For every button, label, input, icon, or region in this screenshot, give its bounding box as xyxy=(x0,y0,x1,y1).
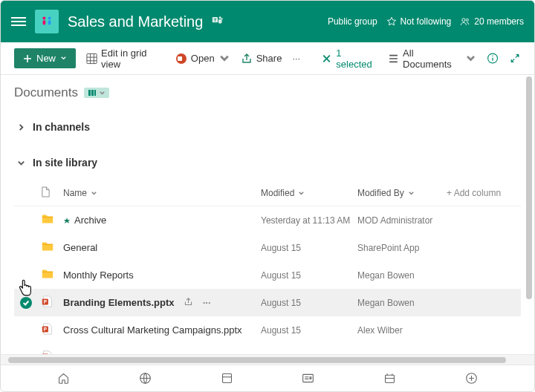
file-modified-by: Alex Wilber xyxy=(357,325,447,336)
teams-icon[interactable]: T xyxy=(212,14,224,29)
expand-icon[interactable] xyxy=(509,52,521,65)
home-icon[interactable] xyxy=(57,372,70,385)
file-name[interactable]: Monthly Reports xyxy=(63,270,261,281)
grid-icon xyxy=(86,53,97,65)
file-list: ArchiveYesterday at 11:13 AMMOD Administ… xyxy=(14,206,521,354)
file-modified-by: Megan Bowen xyxy=(357,298,447,308)
site-logo xyxy=(35,10,59,33)
files-icon[interactable] xyxy=(221,372,233,385)
library-icon[interactable] xyxy=(383,372,396,385)
people-icon xyxy=(460,16,470,27)
column-headers: Name Modified Modified By + Add column xyxy=(14,182,521,206)
chevron-down-icon xyxy=(99,90,106,97)
col-modified-by[interactable]: Modified By xyxy=(357,188,447,198)
file-type-icon xyxy=(41,267,63,283)
svg-point-9 xyxy=(466,19,468,21)
file-name[interactable]: Archive xyxy=(63,215,261,226)
view-tiles-badge[interactable] xyxy=(84,88,109,98)
site-header: Sales and Marketing T Public group Not f… xyxy=(1,1,534,42)
svg-point-0 xyxy=(42,17,45,20)
col-modified[interactable]: Modified xyxy=(261,188,357,198)
svg-text:P: P xyxy=(44,327,47,332)
powerpoint-icon xyxy=(175,53,187,65)
svg-rect-17 xyxy=(94,90,96,96)
file-row[interactable]: PDG-1000 Product Overview.pptxAugust 15M… xyxy=(14,344,521,354)
file-row[interactable]: Monthly ReportsAugust 15Megan Bowen xyxy=(14,261,521,289)
file-modified: Yesterday at 11:13 AM xyxy=(261,215,357,226)
file-row[interactable]: PCross Cultural Marketing Campaigns.pptx… xyxy=(14,316,521,344)
x-icon xyxy=(321,53,332,65)
horizontal-scrollbar[interactable] xyxy=(1,354,534,365)
svg-point-8 xyxy=(462,19,465,22)
library-title: Documents xyxy=(14,85,521,100)
share-icon xyxy=(241,53,253,65)
svg-point-6 xyxy=(219,16,221,19)
file-row[interactable]: GeneralAugust 15SharePoint App xyxy=(14,234,521,261)
file-name[interactable]: Cross Cultural Marketing Campaigns.pptx xyxy=(63,324,261,336)
chevron-right-icon xyxy=(17,123,25,131)
file-modified-by: SharePoint App xyxy=(357,243,447,253)
group-in-library[interactable]: In site library xyxy=(14,151,521,174)
command-bar: New Edit in grid view Open Share ··· 1 s… xyxy=(1,42,534,75)
chevron-down-icon xyxy=(91,190,97,197)
svg-rect-10 xyxy=(87,53,97,63)
globe-icon[interactable] xyxy=(139,372,152,385)
site-title: Sales and Marketing xyxy=(68,13,203,30)
svg-rect-3 xyxy=(48,20,51,24)
svg-text:T: T xyxy=(214,18,217,22)
chevron-down-icon xyxy=(60,55,67,62)
svg-rect-27 xyxy=(222,374,231,383)
new-button[interactable]: New xyxy=(14,48,76,68)
file-row[interactable]: ArchiveYesterday at 11:13 AMMOD Administ… xyxy=(14,206,521,234)
hamburger-menu[interactable] xyxy=(11,15,26,28)
col-name[interactable]: Name xyxy=(63,188,261,198)
vertical-scrollbar[interactable] xyxy=(526,76,532,299)
svg-point-14 xyxy=(492,55,493,56)
tiles-icon xyxy=(88,88,97,97)
more-actions[interactable]: ··· xyxy=(292,53,300,64)
file-modified-by: MOD Administrator xyxy=(357,215,447,226)
file-name[interactable]: Branding Elements.pptx ··· xyxy=(63,297,261,309)
col-add[interactable]: + Add column xyxy=(447,188,521,198)
share-button[interactable]: Share xyxy=(241,53,282,65)
news-icon[interactable] xyxy=(302,372,314,385)
edit-grid-button[interactable]: Edit in grid view xyxy=(86,48,165,70)
chevron-down-icon xyxy=(298,190,305,197)
file-type-icon: P xyxy=(41,295,63,310)
group-in-channels[interactable]: In channels xyxy=(14,115,521,139)
file-modified: August 15 xyxy=(261,243,357,253)
add-icon[interactable] xyxy=(465,372,478,385)
file-modified: August 15 xyxy=(261,270,357,281)
view-selector[interactable]: All Documents xyxy=(388,48,476,70)
info-icon[interactable] xyxy=(487,52,499,65)
file-type-icon xyxy=(41,212,63,228)
row-share-icon[interactable] xyxy=(184,297,193,309)
group-type-label: Public group xyxy=(328,16,377,27)
new-indicator-icon xyxy=(63,217,71,224)
bottom-nav xyxy=(1,365,534,391)
file-row[interactable]: PBranding Elements.pptx ···August 15Mega… xyxy=(14,289,521,316)
file-icon xyxy=(41,186,51,197)
file-modified: August 15 xyxy=(261,298,357,308)
svg-rect-12 xyxy=(178,56,182,61)
open-button[interactable]: Open xyxy=(175,53,230,65)
svg-rect-1 xyxy=(43,20,46,24)
plus-icon xyxy=(23,54,32,63)
follow-toggle[interactable]: Not following xyxy=(386,16,452,27)
file-type-icon xyxy=(41,240,63,255)
selection-count[interactable]: 1 selected xyxy=(321,48,377,70)
star-icon xyxy=(386,16,397,27)
svg-text:P: P xyxy=(44,299,47,304)
row-check-icon[interactable] xyxy=(20,297,32,309)
members-link[interactable]: 20 members xyxy=(460,16,524,27)
svg-rect-16 xyxy=(91,90,94,96)
svg-rect-29 xyxy=(386,375,395,382)
file-modified: August 15 xyxy=(261,325,357,336)
list-icon xyxy=(388,53,399,65)
file-name[interactable]: General xyxy=(63,242,261,253)
chevron-down-icon xyxy=(408,190,415,197)
col-type[interactable] xyxy=(41,186,63,200)
row-more-icon[interactable]: ··· xyxy=(203,297,211,308)
chevron-down-icon xyxy=(465,53,476,65)
svg-point-7 xyxy=(221,18,223,19)
